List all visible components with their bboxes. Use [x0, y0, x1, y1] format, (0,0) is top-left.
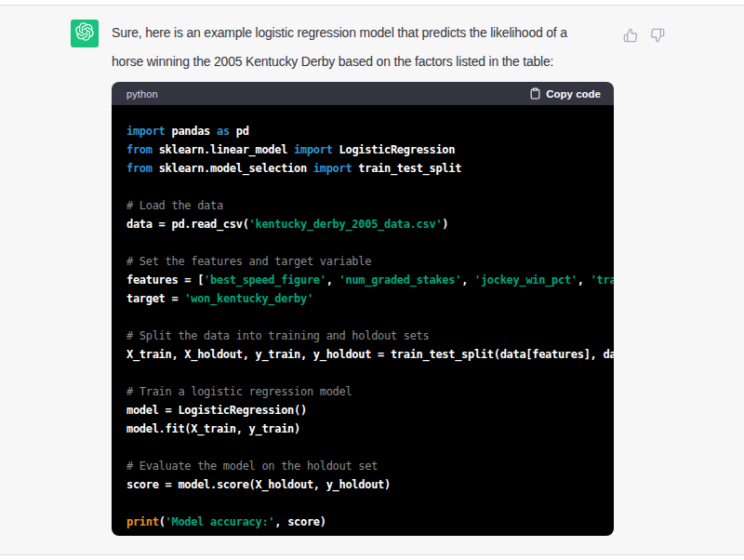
assistant-message-text: Sure, here is an example logistic regres… — [112, 19, 632, 76]
code-line — [126, 438, 614, 457]
message-line: Sure, here is an example logistic regres… — [112, 19, 632, 47]
code-line — [126, 364, 614, 382]
code-line: import pandas as pd — [126, 122, 614, 140]
clipboard-icon — [529, 87, 541, 100]
feedback-actions — [623, 28, 665, 43]
code-line: print('Model accuracy:', score) — [126, 513, 614, 531]
thumbs-up-icon[interactable] — [623, 28, 638, 43]
code-line: from sklearn.linear_model import Logisti… — [126, 140, 614, 159]
code-line: features = ['best_speed_figure', 'num_gr… — [126, 271, 614, 289]
copy-code-label: Copy code — [546, 88, 601, 100]
code-line — [126, 308, 614, 327]
code-line: model = LogisticRegression() — [126, 401, 614, 420]
assistant-message-row: Sure, here is an example logistic regres… — [0, 5, 744, 555]
code-body[interactable]: import pandas as pdfrom sklearn.linear_m… — [112, 105, 614, 536]
code-line — [126, 233, 614, 252]
code-line: # Set the features and target variable — [126, 252, 614, 271]
code-block-header: python Copy code — [112, 82, 614, 105]
code-block: python Copy code import pandas as pdfrom… — [112, 82, 614, 536]
thumbs-down-icon[interactable] — [650, 28, 665, 43]
message-line: horse winning the 2005 Kentucky Derby ba… — [112, 47, 632, 76]
code-line: # Evaluate the model on the holdout set — [126, 457, 614, 475]
code-line — [126, 178, 614, 196]
code-line: # Train a logistic regression model — [126, 382, 614, 401]
code-line: from sklearn.model_selection import trai… — [126, 159, 614, 178]
code-line: score = model.score(X_holdout, y_holdout… — [126, 475, 614, 494]
language-label: python — [126, 88, 158, 100]
code-line: X_train, X_holdout, y_train, y_holdout =… — [126, 345, 614, 364]
code-line: # Load the data — [126, 196, 614, 215]
code-line: target = 'won_kentucky_derby' — [126, 289, 614, 308]
copy-code-button[interactable]: Copy code — [529, 87, 601, 100]
code-line — [126, 494, 614, 513]
avatar — [71, 20, 99, 47]
openai-logo-icon — [75, 22, 94, 45]
code-line: # Split the data into training and holdo… — [126, 327, 614, 345]
code-line: data = pd.read_csv('kentucky_derby_2005_… — [126, 215, 614, 233]
code-line: model.fit(X_train, y_train) — [126, 420, 614, 438]
